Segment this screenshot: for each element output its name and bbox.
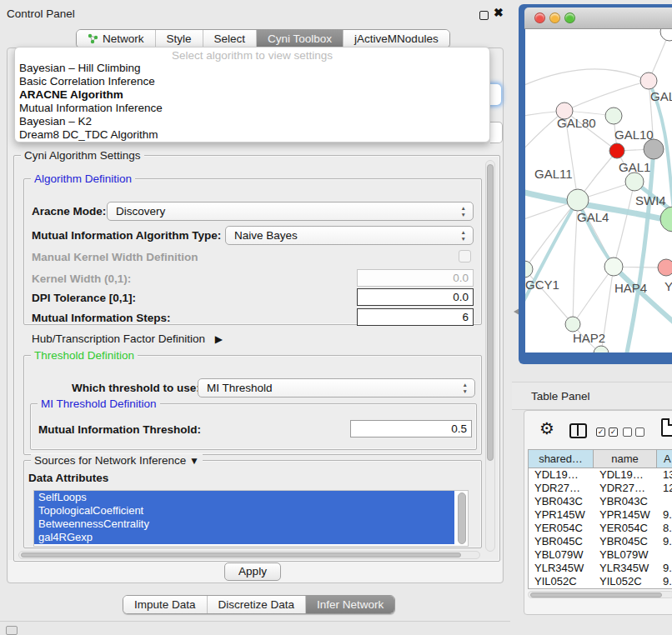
attribute-item[interactable]: BetweennessCentrality xyxy=(34,518,454,531)
table-row[interactable]: YIL052CYIL052C9. xyxy=(529,575,672,585)
node-gal1[interactable] xyxy=(625,172,644,191)
column-header-name[interactable]: name xyxy=(594,450,657,468)
settings-scrollbar-thumb[interactable] xyxy=(487,164,494,461)
tab-select[interactable]: Select xyxy=(203,30,257,48)
table-hscrollbar-track[interactable] xyxy=(528,591,672,598)
network-canvas[interactable]: GALGAL80GAL10GAL1GAL11SWI4GAL4GCY1HAP4YH… xyxy=(525,29,672,352)
node-hap2[interactable] xyxy=(565,317,580,332)
node-bottom[interactable] xyxy=(594,346,609,352)
tab-jactivemnodules[interactable]: jActiveMNodules xyxy=(343,30,449,48)
settings-hscrollbar-track[interactable] xyxy=(18,551,480,559)
document-icon[interactable] xyxy=(661,418,672,437)
select-all-icon[interactable]: ✓ ✓ xyxy=(596,428,618,437)
algorithm-option[interactable]: Basic Correlation Inference xyxy=(15,75,489,88)
attribute-item[interactable]: gal4RGexp xyxy=(34,531,454,544)
table-cell[interactable]: YDL19… xyxy=(529,468,594,482)
table-cell[interactable]: YBR043C xyxy=(529,495,594,508)
columns-icon[interactable] xyxy=(569,423,587,438)
which-threshold-combobox[interactable]: MI Threshold ▲▼ xyxy=(198,378,475,398)
node-gray[interactable] xyxy=(644,139,664,159)
tab-infer-network[interactable]: Infer Network xyxy=(305,596,394,613)
algorithm-option[interactable]: ARACNE Algorithm xyxy=(15,88,489,102)
table-cell[interactable]: YPR145W xyxy=(529,508,594,522)
table-cell[interactable]: YBR045C xyxy=(529,535,594,548)
dpi-tolerance-field[interactable]: 0.0 xyxy=(357,288,474,306)
tab-cyni-toolbox[interactable]: Cyni Toolbox xyxy=(256,30,343,48)
table-row[interactable]: YDR27…YDR27…12 xyxy=(529,482,672,495)
algorithm-option[interactable]: Bayesian – Hill Climbing xyxy=(15,62,489,75)
tab-impute-data[interactable]: Impute Data xyxy=(123,596,207,613)
table-cell[interactable]: YIL052C xyxy=(594,575,657,585)
table-cell[interactable]: 8. xyxy=(657,522,672,535)
network-edge[interactable] xyxy=(614,182,634,267)
table-cell[interactable] xyxy=(657,495,672,508)
table-row[interactable]: YER054CYER054C8. xyxy=(529,522,672,535)
table-cell[interactable]: YER054C xyxy=(529,522,594,535)
sources-disclosure[interactable]: Sources for Network Inference ▼ xyxy=(31,454,203,467)
close-panel-button[interactable]: ✖ xyxy=(494,6,504,19)
network-edge[interactable] xyxy=(525,69,649,88)
node-gal4[interactable] xyxy=(567,189,589,211)
collapsed-panel-icon[interactable] xyxy=(6,626,18,635)
manual-kernel-checkbox[interactable] xyxy=(459,250,471,262)
node-unlabeled[interactable] xyxy=(660,29,672,41)
table-cell[interactable]: YDR27… xyxy=(594,482,657,495)
tab-style[interactable]: Style xyxy=(155,30,203,48)
algorithm-option[interactable]: Mutual Information Inference xyxy=(15,102,489,115)
aracne-mode-combobox[interactable]: Discovery ▲▼ xyxy=(107,202,474,221)
table-cell[interactable]: YER054C xyxy=(594,522,657,535)
hub-definition-disclosure[interactable]: Hub/Transcription Factor Definition ▶ xyxy=(32,332,223,345)
node-gcy1[interactable] xyxy=(525,261,533,278)
table-cell[interactable]: 12 xyxy=(657,482,672,495)
mi-threshold-field[interactable]: 0.5 xyxy=(350,420,472,438)
mi-algorithm-type-combobox[interactable]: Naive Bayes ▲▼ xyxy=(225,226,474,245)
table-cell[interactable]: YDR27… xyxy=(529,482,594,495)
node-gal10[interactable] xyxy=(605,108,622,124)
network-edge-thick[interactable] xyxy=(525,200,578,311)
column-header-shared-name[interactable]: shared… xyxy=(529,450,594,468)
table-cell[interactable]: YBR043C xyxy=(594,495,657,508)
table-cell[interactable] xyxy=(657,548,672,562)
node-red[interactable] xyxy=(609,143,624,158)
table-cell[interactable]: 9. xyxy=(657,562,672,575)
table-cell[interactable]: YBL079W xyxy=(529,548,594,562)
table-cell[interactable]: YPR145W xyxy=(594,508,657,522)
table-cell[interactable]: 13 xyxy=(657,468,672,482)
network-window-titlebar[interactable] xyxy=(524,8,672,29)
attribute-item[interactable]: SelfLoops xyxy=(34,491,454,504)
table-cell[interactable]: YLR345W xyxy=(594,562,657,575)
settings-hscrollbar-thumb[interactable] xyxy=(21,552,461,558)
table-row[interactable]: YDL19…YDL19…13 xyxy=(529,468,672,482)
network-edge-thick[interactable] xyxy=(614,267,672,329)
table-row[interactable]: YBR043CYBR043C xyxy=(529,495,672,508)
algorithm-option[interactable]: Dream8 DC_TDC Algorithm xyxy=(15,128,489,142)
table-row[interactable]: YBR045CYBR045C9. xyxy=(529,535,672,548)
kernel-width-field[interactable]: 0.0 xyxy=(357,269,474,287)
network-edge[interactable] xyxy=(564,81,649,111)
table-row[interactable]: YPR145WYPR145W9. xyxy=(529,508,672,522)
data-attributes-list[interactable]: SelfLoopsTopologicalCoefficientBetweenne… xyxy=(33,490,469,547)
table-cell[interactable]: 9. xyxy=(657,575,672,585)
gear-icon[interactable]: ⚙ xyxy=(539,418,554,438)
window-close-button[interactable] xyxy=(534,12,545,23)
table-cell[interactable]: YIL052C xyxy=(529,575,594,585)
settings-scrollbar-track[interactable] xyxy=(485,160,495,552)
attribute-item[interactable]: TopologicalCoefficient xyxy=(34,504,454,518)
column-header-clipped[interactable]: A xyxy=(657,450,672,468)
tab-discretize-data[interactable]: Discretize Data xyxy=(207,596,306,613)
algorithm-option[interactable]: Bayesian – K2 xyxy=(15,115,489,128)
table-cell[interactable]: YDL19… xyxy=(594,468,657,482)
node-salmon[interactable] xyxy=(658,259,672,276)
network-edge[interactable] xyxy=(573,267,614,324)
table-row[interactable]: YBL079WYBL079W xyxy=(529,548,672,562)
table-cell[interactable]: YBL079W xyxy=(594,548,657,562)
apply-button[interactable]: Apply xyxy=(224,562,281,581)
node-gal2[interactable] xyxy=(640,72,657,89)
node-swi4[interactable] xyxy=(660,207,672,232)
mi-steps-field[interactable]: 6 xyxy=(357,308,474,326)
tab-network[interactable]: Network xyxy=(77,30,155,48)
table-cell[interactable]: 9. xyxy=(657,535,672,548)
window-minimize-button[interactable] xyxy=(549,12,560,23)
window-zoom-button[interactable] xyxy=(564,12,575,23)
table-cell[interactable]: 9. xyxy=(657,508,672,522)
